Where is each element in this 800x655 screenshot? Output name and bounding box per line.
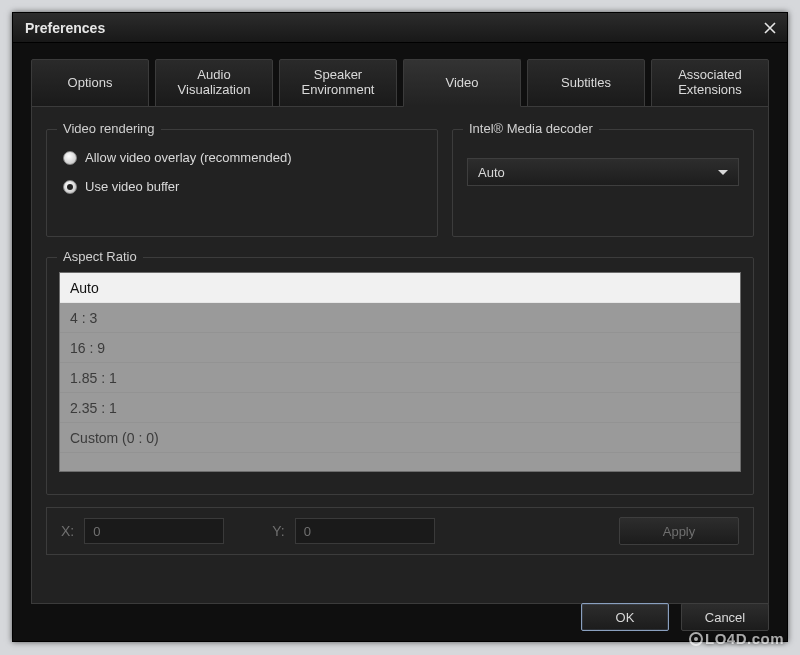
preferences-window: Preferences Options Audio Visualization … xyxy=(12,12,788,642)
radio-icon xyxy=(63,151,77,165)
input-value: 0 xyxy=(93,524,100,539)
tab-options[interactable]: Options xyxy=(31,59,149,107)
chevron-down-icon xyxy=(718,170,728,175)
list-item-label: Custom (0 : 0) xyxy=(70,430,159,446)
tab-label: Subtitles xyxy=(561,76,611,91)
list-item-label: 16 : 9 xyxy=(70,340,105,356)
decoder-select[interactable]: Auto xyxy=(467,158,739,186)
x-label: X: xyxy=(61,523,74,539)
close-icon[interactable] xyxy=(761,19,779,37)
window-title: Preferences xyxy=(25,20,105,36)
list-item[interactable]: Custom (0 : 0) xyxy=(60,423,740,453)
tabs: Options Audio Visualization Speaker Envi… xyxy=(31,59,769,107)
button-label: Cancel xyxy=(705,610,745,625)
group-video-rendering: Video rendering Allow video overlay (rec… xyxy=(46,129,438,237)
titlebar: Preferences xyxy=(13,13,787,43)
group-aspect-ratio: Aspect Ratio Auto 4 : 3 16 : 9 1.85 : 1 … xyxy=(46,257,754,495)
radio-use-buffer[interactable]: Use video buffer xyxy=(63,179,423,194)
tab-subtitles[interactable]: Subtitles xyxy=(527,59,645,107)
button-label: OK xyxy=(616,610,635,625)
tab-video[interactable]: Video xyxy=(403,59,521,107)
list-item[interactable]: 1.85 : 1 xyxy=(60,363,740,393)
list-item-label: 2.35 : 1 xyxy=(70,400,117,416)
dialog-footer: OK Cancel xyxy=(581,603,769,631)
ok-button[interactable]: OK xyxy=(581,603,669,631)
radio-label: Use video buffer xyxy=(85,179,179,194)
group-media-decoder: Intel® Media decoder Auto xyxy=(452,129,754,237)
tab-label: Video xyxy=(445,76,478,91)
y-label: Y: xyxy=(272,523,284,539)
list-item[interactable]: 4 : 3 xyxy=(60,303,740,333)
radio-label: Allow video overlay (recommended) xyxy=(85,150,292,165)
list-item-label: Auto xyxy=(70,280,99,296)
x-input[interactable]: 0 xyxy=(84,518,224,544)
custom-aspect-row: X: 0 Y: 0 Apply xyxy=(46,507,754,555)
tab-panel-video: Video rendering Allow video overlay (rec… xyxy=(31,106,769,604)
aspect-ratio-list[interactable]: Auto 4 : 3 16 : 9 1.85 : 1 2.35 : 1 Cust… xyxy=(59,272,741,472)
tab-label: Audio Visualization xyxy=(178,68,251,98)
cancel-button[interactable]: Cancel xyxy=(681,603,769,631)
group-legend: Intel® Media decoder xyxy=(463,121,599,136)
list-item[interactable]: Auto xyxy=(60,273,740,303)
radio-allow-overlay[interactable]: Allow video overlay (recommended) xyxy=(63,150,423,165)
tab-speaker-environment[interactable]: Speaker Environment xyxy=(279,59,397,107)
apply-button[interactable]: Apply xyxy=(619,517,739,545)
list-item[interactable]: 16 : 9 xyxy=(60,333,740,363)
y-input[interactable]: 0 xyxy=(295,518,435,544)
tab-label: Associated Extensions xyxy=(678,68,742,98)
button-label: Apply xyxy=(663,524,696,539)
tab-associated-extensions[interactable]: Associated Extensions xyxy=(651,59,769,107)
dialog-body: Options Audio Visualization Speaker Envi… xyxy=(13,43,787,641)
list-item-label: 1.85 : 1 xyxy=(70,370,117,386)
tab-label: Speaker Environment xyxy=(302,68,375,98)
tab-label: Options xyxy=(68,76,113,91)
radio-icon xyxy=(63,180,77,194)
select-value: Auto xyxy=(478,165,505,180)
group-legend: Aspect Ratio xyxy=(57,249,143,264)
list-item-label: 4 : 3 xyxy=(70,310,97,326)
input-value: 0 xyxy=(304,524,311,539)
list-item[interactable]: 2.35 : 1 xyxy=(60,393,740,423)
group-legend: Video rendering xyxy=(57,121,161,136)
tab-audio-visualization[interactable]: Audio Visualization xyxy=(155,59,273,107)
